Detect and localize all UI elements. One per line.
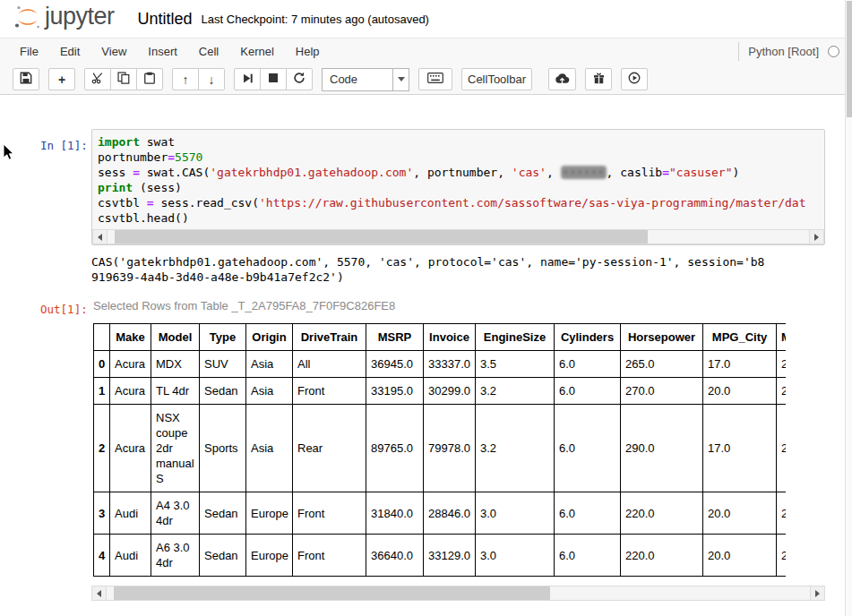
column-header: EngineSize xyxy=(476,324,555,351)
table-row: 2AcuraNSX coupe 2dr manual SSportsAsiaRe… xyxy=(94,405,787,492)
column-header: Make xyxy=(110,324,151,351)
page-scrollbar-thumb[interactable] xyxy=(847,1,852,117)
table-cell: 3.0 xyxy=(476,492,555,535)
table-cell: 17.0 xyxy=(703,351,777,378)
paste-cells-button[interactable] xyxy=(136,68,163,90)
code-line[interactable]: import swat xyxy=(98,134,824,150)
column-header: Horsepower xyxy=(621,324,703,351)
save-button[interactable] xyxy=(13,68,39,90)
notebook-title[interactable]: Untitled xyxy=(138,10,193,29)
table-cell: 290.0 xyxy=(621,405,703,492)
code-cell[interactable]: In [1]: import swatportnumber=5570sess =… xyxy=(40,129,825,245)
menu-bar-container: FileEditViewInsertCellKernelHelp Python … xyxy=(0,38,852,64)
output-prompt: Out[1]: xyxy=(40,295,91,601)
cloud-upload-button[interactable] xyxy=(548,68,576,90)
cell-type-value: Code xyxy=(323,73,392,86)
stdout-area: CAS('gatekrbhdp01.gatehadoop.com', 5570,… xyxy=(40,254,825,285)
table-cell: Europe xyxy=(246,492,293,535)
stdout-text: CAS('gatekrbhdp01.gatehadoop.com', 5570,… xyxy=(91,254,764,285)
move-cell-down-button[interactable]: ↓ xyxy=(198,68,225,90)
output-horizontal-scrollbar[interactable] xyxy=(91,586,825,601)
table-row: 0AcuraMDXSUVAsiaAll36945.033337.03.56.02… xyxy=(94,351,787,378)
code-editor[interactable]: import swatportnumber=5570sess = swat.CA… xyxy=(91,129,825,245)
scrollbar-thumb[interactable] xyxy=(115,230,648,244)
code-horizontal-scrollbar[interactable] xyxy=(92,229,824,244)
scrollbar-thumb[interactable] xyxy=(114,586,550,600)
celltoolbar-button[interactable]: CellToolbar xyxy=(461,68,532,90)
kernel-status-icon xyxy=(828,46,839,57)
table-cell: 36945.0 xyxy=(366,351,424,378)
column-header: DriveTrain xyxy=(293,324,366,351)
cut-cells-button[interactable] xyxy=(84,68,111,90)
table-cell: 6.0 xyxy=(555,492,621,535)
kernel-area: Python [Root] xyxy=(738,42,852,61)
play-circle-button[interactable] xyxy=(621,68,648,90)
code-line[interactable]: csvtbl = sess.read_csv('https://raw.gith… xyxy=(98,195,824,210)
select-arrow-button[interactable] xyxy=(392,69,409,90)
menu-item-edit[interactable]: Edit xyxy=(49,39,90,64)
copy-cells-button[interactable] xyxy=(110,68,137,90)
save-icon xyxy=(20,72,32,87)
scroll-left-arrow-icon[interactable] xyxy=(92,586,107,600)
keyboard-shortcuts-button[interactable] xyxy=(418,68,452,90)
table-cell: 28.0 xyxy=(777,492,787,535)
copy-icon xyxy=(117,72,130,87)
row-index: 1 xyxy=(94,378,110,405)
menu-item-view[interactable]: View xyxy=(90,39,137,64)
table-title: Selected Rows from Table _T_2A795FA8_7F0… xyxy=(93,299,825,312)
run-cell-button[interactable] xyxy=(234,68,261,90)
table-cell: Acura xyxy=(110,351,151,378)
page-vertical-scrollbar[interactable] xyxy=(845,0,852,616)
menu-item-help[interactable]: Help xyxy=(285,39,331,64)
table-cell: Acura xyxy=(110,405,151,492)
code-lines[interactable]: import swatportnumber=5570sess = swat.CA… xyxy=(98,134,824,226)
scroll-right-arrow-icon[interactable] xyxy=(810,586,824,600)
interrupt-kernel-button[interactable] xyxy=(260,68,287,90)
table-cell: 6.0 xyxy=(555,378,621,405)
paste-icon xyxy=(143,72,156,87)
menu-item-cell[interactable]: Cell xyxy=(188,39,229,64)
code-line[interactable]: print (sess) xyxy=(98,180,824,195)
keyboard-icon xyxy=(427,73,443,86)
column-header: MSRP xyxy=(366,324,424,351)
kernel-indicator-label: Python [Root] xyxy=(738,42,819,61)
scrollbar-track[interactable] xyxy=(107,586,810,600)
code-line[interactable]: sess = swat.CAS('gatekrbhdp01.gatehadoop… xyxy=(98,165,824,180)
table-cell: Acura xyxy=(110,378,151,405)
table-cell: 6.0 xyxy=(555,405,621,492)
table-cell: Sedan xyxy=(200,535,246,577)
move-cell-up-button[interactable]: ↑ xyxy=(172,68,199,90)
table-cell: 3.0 xyxy=(476,535,555,577)
code-line[interactable]: portnumber=5570 xyxy=(98,150,824,165)
scroll-right-arrow-icon[interactable] xyxy=(809,230,823,244)
gift-button[interactable] xyxy=(585,68,612,90)
jupyter-logo[interactable]: jupyter xyxy=(13,4,115,34)
table-cell: Sedan xyxy=(200,378,246,405)
table-header-row: MakeModelTypeOriginDriveTrainMSRPInvoice… xyxy=(94,324,787,351)
table-cell: 33129.0 xyxy=(424,535,476,577)
step-forward-icon xyxy=(242,73,254,87)
cell-type-select[interactable]: Code xyxy=(322,68,409,91)
add-cell-button[interactable]: + xyxy=(48,68,75,90)
menu-item-file[interactable]: File xyxy=(9,39,49,64)
restart-kernel-button[interactable] xyxy=(286,68,313,90)
scroll-left-arrow-icon[interactable] xyxy=(93,230,108,244)
cloud-upload-icon xyxy=(555,73,570,87)
table-cell: SUV xyxy=(200,351,246,378)
column-header: MPG_Highway xyxy=(777,324,787,351)
table-cell: 31840.0 xyxy=(366,492,424,535)
table-cell: A4 3.0 4dr xyxy=(151,492,200,535)
table-cell: 27.0 xyxy=(777,535,787,577)
table-cell: 23.0 xyxy=(777,351,787,378)
arrow-up-icon: ↑ xyxy=(183,73,189,86)
notebook-area: In [1]: import swatportnumber=5570sess =… xyxy=(0,95,852,616)
code-line[interactable]: csvtbl.head() xyxy=(98,210,824,226)
scrollbar-track[interactable] xyxy=(108,230,809,244)
menu-item-insert[interactable]: Insert xyxy=(137,39,188,64)
table-viewport: MakeModelTypeOriginDriveTrainMSRPInvoice… xyxy=(93,323,786,577)
plus-icon: + xyxy=(58,73,65,86)
table-cell: Europe xyxy=(246,535,293,577)
table-cell: Asia xyxy=(246,378,293,405)
menu-item-kernel[interactable]: Kernel xyxy=(229,39,285,64)
table-cell: 220.0 xyxy=(621,535,703,577)
